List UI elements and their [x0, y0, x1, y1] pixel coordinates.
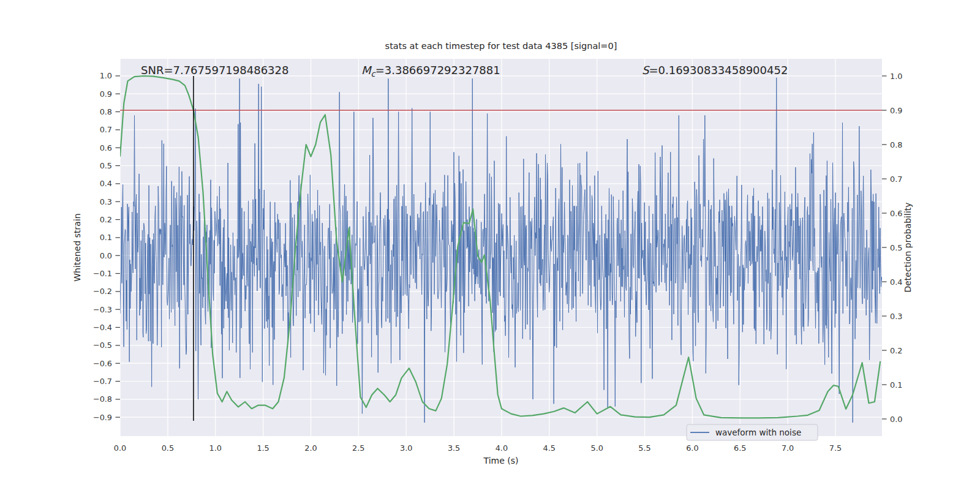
y-axis-label-right: Detection probability — [903, 202, 913, 292]
y-tick-label-left: −0.8 — [93, 394, 112, 404]
x-tick-label: 2.5 — [352, 443, 364, 453]
y-tick-label-left: −0.9 — [93, 413, 112, 422]
x-tick-label: 1.5 — [257, 443, 269, 453]
y-tick-label-left: 0.1 — [100, 233, 112, 242]
y-tick-label-right: 0.8 — [890, 140, 902, 149]
y-tick-label-left: 1.0 — [100, 71, 112, 80]
x-tick-label: 6.5 — [734, 443, 746, 453]
y-tick-label-left: 0.7 — [100, 125, 112, 134]
y-tick-label-right: 0.0 — [890, 415, 902, 424]
y-tick-label-right: 0.9 — [890, 106, 902, 115]
legend-label: waveform with noise — [715, 428, 801, 437]
y-tick-label-left: −0.6 — [93, 359, 112, 368]
x-axis-label: Time (s) — [483, 456, 519, 466]
annotation-s-value: =0.16930833458900452 — [649, 64, 788, 77]
x-tick-label: 1.0 — [209, 443, 222, 453]
y-tick-label-left: −0.3 — [93, 305, 112, 314]
y-tick-label-right: 0.2 — [890, 346, 902, 355]
chart-title: stats at each timestep for test data 438… — [385, 41, 617, 51]
x-tick-label: 5.5 — [638, 443, 650, 453]
chart-canvas: 0.00.51.01.52.02.53.03.54.04.55.05.56.06… — [0, 0, 980, 490]
x-tick-label: 4.5 — [543, 443, 556, 453]
annotation-snr: SNR=7.767597198486328 — [141, 64, 288, 77]
x-tick-label: 3.0 — [400, 443, 412, 453]
y-tick-label-left: −0.7 — [93, 377, 112, 386]
annotation-s-stat: S=0.16930833458900452 — [642, 64, 788, 77]
x-tick-label: 7.5 — [829, 443, 842, 453]
x-tick-label: 4.0 — [496, 443, 508, 453]
y-tick-label-left: 0.3 — [100, 197, 112, 206]
y-tick-label-right: 1.0 — [890, 72, 902, 81]
y-tick-label-left: 0.8 — [100, 107, 112, 116]
y-tick-label-left: −0.4 — [93, 323, 112, 332]
y-tick-label-right: 0.4 — [890, 277, 902, 287]
x-tick-label: 6.0 — [686, 443, 698, 453]
figure: 0.00.51.01.52.02.53.03.54.04.55.05.56.06… — [0, 0, 980, 490]
y-tick-label-left: −0.1 — [93, 269, 112, 278]
y-tick-label-right: 0.3 — [890, 312, 902, 321]
x-tick-label: 5.0 — [591, 443, 603, 453]
x-tick-label: 3.5 — [448, 443, 460, 453]
x-tick-label: 7.0 — [782, 443, 794, 453]
y-tick-label-left: −0.5 — [93, 341, 112, 350]
y-tick-label-left: 0.6 — [100, 143, 112, 153]
y-tick-label-left: −0.2 — [93, 287, 112, 296]
legend: waveform with noise — [687, 424, 818, 440]
x-tick-label: 0.0 — [114, 443, 126, 453]
y-tick-label-right: 0.7 — [890, 175, 902, 184]
y-tick-label-left: 0.0 — [100, 251, 112, 260]
y-tick-label-left: 0.4 — [100, 179, 112, 188]
y-axis-label-left: Whitened strain — [72, 213, 82, 281]
y-tick-label-right: 0.6 — [890, 209, 902, 218]
annotation-mc-value: =3.386697292327881 — [375, 64, 500, 77]
y-tick-label-left: 0.9 — [100, 89, 112, 99]
x-tick-label: 0.5 — [162, 443, 174, 453]
y-tick-label-right: 0.5 — [890, 243, 902, 252]
x-tick-label: 2.0 — [304, 443, 317, 453]
y-tick-label-left: 0.5 — [100, 161, 112, 170]
y-tick-label-right: 0.1 — [890, 380, 902, 390]
y-tick-label-left: 0.2 — [100, 215, 112, 224]
annotation-chirp-mass: Mc=3.386697292327881 — [361, 64, 500, 78]
